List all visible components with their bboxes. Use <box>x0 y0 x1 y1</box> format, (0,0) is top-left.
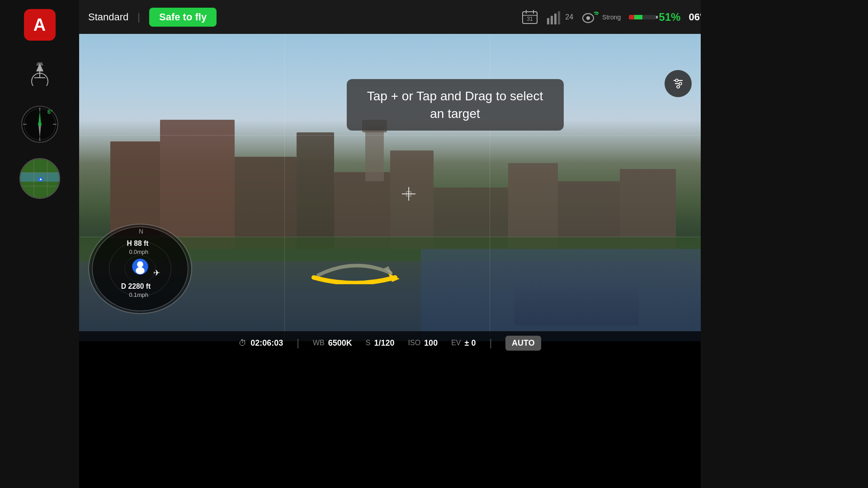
tap-tooltip: Tap + or Tap and Drag to select an targe… <box>347 79 564 131</box>
controller-status: Strong <box>581 9 621 25</box>
wb-display: WB 6500K <box>313 338 352 348</box>
svg-marker-4 <box>36 62 43 66</box>
svg-text:H 88 ft: H 88 ft <box>127 239 149 247</box>
ev-value: ± 0 <box>465 338 476 348</box>
rc-count: 24 <box>565 13 573 21</box>
svg-text:31: 31 <box>527 16 533 22</box>
shutter-value: 1/120 <box>374 338 395 348</box>
top-bar: Standard | Safe to fly 31 24 <box>79 0 780 34</box>
auto-label: AUTO <box>512 338 535 348</box>
compass-widget: 6° <box>19 104 60 145</box>
right-panel <box>701 0 868 488</box>
svg-rect-29 <box>551 16 553 24</box>
svg-rect-28 <box>547 18 549 24</box>
land-button[interactable] <box>22 54 58 90</box>
safe-to-fly-badge: Safe to fly <box>149 8 217 27</box>
svg-point-56 <box>679 82 682 85</box>
svg-point-22 <box>40 178 42 180</box>
svg-text:N: N <box>139 228 143 235</box>
battery-status: 51% <box>629 11 680 23</box>
crosshair <box>402 187 415 201</box>
svg-text:✈: ✈ <box>153 268 160 277</box>
svg-point-47 <box>137 261 143 267</box>
left-panel: A 6° <box>0 0 79 488</box>
mode-label: Standard <box>88 11 128 23</box>
cam-divider-2: | <box>489 337 492 349</box>
ev-display: EV ± 0 <box>451 338 476 348</box>
timecode-display: ⏱ 02:06:03 <box>239 338 283 348</box>
map-widget[interactable] <box>19 158 60 199</box>
grid-line-h1 <box>79 135 701 136</box>
svg-text:0.1mph: 0.1mph <box>129 291 148 298</box>
camera-view[interactable]: Tap + or Tap and Drag to select an targe… <box>79 34 701 341</box>
shutter-label: S <box>366 339 371 347</box>
flight-data-overlay: N H 88 ft 0.0mph D 2280 ft 0.1mph ✈ <box>88 224 197 314</box>
svg-rect-37 <box>406 192 411 196</box>
timecode-value: 02:06:03 <box>250 338 283 348</box>
svg-point-48 <box>136 267 145 274</box>
filter-button[interactable] <box>665 70 692 97</box>
camera-bar: ⏱ 02:06:03 | WB 6500K S 1/120 ISO 100 EV… <box>79 331 701 355</box>
svg-point-33 <box>586 16 590 20</box>
svg-point-57 <box>677 85 679 88</box>
radar-circle: N H 88 ft 0.0mph D 2280 ft 0.1mph ✈ <box>88 224 192 314</box>
iso-label: ISO <box>408 339 421 347</box>
svg-text:D 2280 ft: D 2280 ft <box>121 282 151 290</box>
timecode-icon: ⏱ <box>239 338 247 348</box>
grid-line-v1 <box>284 34 285 341</box>
svg-rect-30 <box>554 14 557 24</box>
svg-point-13 <box>38 122 42 126</box>
cam-divider-1: | <box>297 337 299 349</box>
mode-divider: | <box>137 11 140 23</box>
iso-value: 100 <box>424 338 438 348</box>
app-logo: A <box>24 9 56 41</box>
direction-arrow <box>309 248 446 286</box>
signal-strength: Strong <box>602 14 621 21</box>
wb-value: 6500K <box>328 338 352 348</box>
svg-point-55 <box>675 79 678 82</box>
ev-label: EV <box>451 339 461 347</box>
calendar-status: 31 <box>522 9 538 25</box>
iso-display: ISO 100 <box>408 338 438 348</box>
wb-label: WB <box>313 339 325 347</box>
rc-signal-status: 24 <box>546 9 573 25</box>
shutter-display: S 1/120 <box>366 338 395 348</box>
svg-text:0.0mph: 0.0mph <box>129 249 148 255</box>
svg-text:6°: 6° <box>47 109 53 115</box>
auto-display[interactable]: AUTO <box>505 336 541 351</box>
battery-pct: 51% <box>659 11 680 23</box>
svg-rect-31 <box>558 11 560 24</box>
